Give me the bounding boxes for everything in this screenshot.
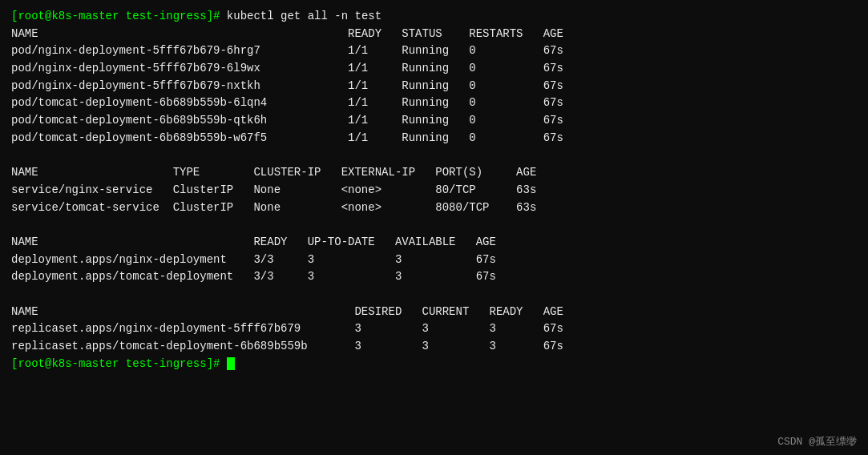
pod-row-4: pod/tomcat-deployment-6b689b559b-6lqn4 1… xyxy=(11,95,857,112)
service-row-2: service/tomcat-service ClusterIP None <n… xyxy=(11,199,857,217)
command-line: [root@k8s-master test-ingress]# kubectl … xyxy=(11,8,857,26)
cursor xyxy=(227,357,235,370)
service-row-1: service/nginx-service ClusterIP None <no… xyxy=(11,182,857,199)
command-text: kubectl get all -n test xyxy=(220,10,382,22)
blank-3 xyxy=(11,286,857,304)
pod-row-1: pod/nginx-deployment-5fff67b679-6hrg7 1/… xyxy=(11,42,857,60)
deployment-row-1: deployment.apps/nginx-deployment 3/3 3 3… xyxy=(11,252,857,269)
final-prompt-line: [root@k8s-master test-ingress]# xyxy=(11,356,857,373)
header-services: NAME TYPE CLUSTER-IP EXTERNAL-IP PORT(S)… xyxy=(11,164,857,182)
blank-2 xyxy=(11,216,857,234)
header-replicasets: NAME DESIRED CURRENT READY AGE xyxy=(11,304,857,321)
deployment-row-2: deployment.apps/tomcat-deployment 3/3 3 … xyxy=(11,268,857,286)
final-prompt: [root@k8s-master test-ingress]# xyxy=(11,357,220,370)
prompt: [root@k8s-master test-ingress]# xyxy=(11,10,220,22)
header-pods: NAME READY STATUS RESTARTS AGE xyxy=(11,26,857,43)
pod-row-6: pod/tomcat-deployment-6b689b559b-w67f5 1… xyxy=(11,130,857,147)
terminal-window: [root@k8s-master test-ingress]# kubectl … xyxy=(0,0,868,455)
pod-row-3: pod/nginx-deployment-5fff67b679-nxtkh 1/… xyxy=(11,78,857,95)
replicaset-row-1: replicaset.apps/nginx-deployment-5fff67b… xyxy=(11,320,857,338)
header-deployments: NAME READY UP-TO-DATE AVAILABLE AGE xyxy=(11,234,857,252)
pod-row-2: pod/nginx-deployment-5fff67b679-6l9wx 1/… xyxy=(11,60,857,78)
watermark: CSDN @孤至缥缈 xyxy=(777,434,857,449)
blank-1 xyxy=(11,147,857,165)
replicaset-row-2: replicaset.apps/tomcat-deployment-6b689b… xyxy=(11,338,857,356)
pod-row-5: pod/tomcat-deployment-6b689b559b-qtk6h 1… xyxy=(11,112,857,130)
